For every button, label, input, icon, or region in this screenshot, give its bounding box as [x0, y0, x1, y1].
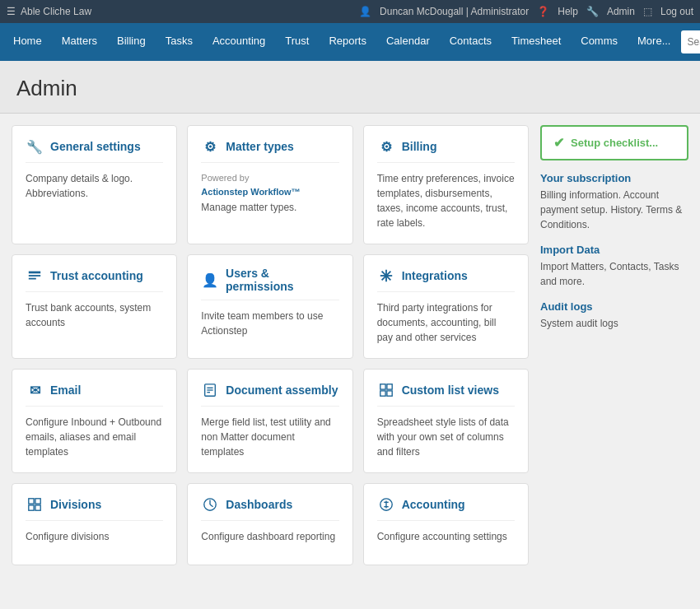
card-title-text-divisions: Divisions: [50, 498, 101, 511]
card-icon-billing: ⚙: [377, 137, 395, 156]
nav-calendar[interactable]: Calendar: [376, 23, 440, 61]
nav-matters[interactable]: Matters: [52, 23, 107, 61]
card-desc-dashboards: Configure dashboard reporting: [201, 529, 338, 544]
nav-accounting[interactable]: Accounting: [203, 23, 275, 61]
nav-home[interactable]: Home: [3, 23, 52, 61]
nav-comms[interactable]: Comms: [571, 23, 628, 61]
card-title-email: ✉ Email: [26, 381, 163, 407]
logout-link[interactable]: Log out: [660, 6, 693, 17]
card-icon-accounting: [377, 495, 395, 514]
card-title-text-document-assembly: Document assembly: [226, 384, 338, 397]
card-title-users-permissions: 👤 Users & permissions: [201, 267, 338, 300]
card-icon-document-assembly: [201, 381, 219, 399]
wrench-icon: 🔧: [586, 6, 599, 17]
card-divisions[interactable]: Divisions Configure divisions: [12, 483, 177, 565]
nav-more[interactable]: More...: [628, 23, 680, 61]
svg-rect-18: [35, 505, 40, 510]
svg-rect-0: [29, 272, 40, 274]
card-title-text-integrations: Integrations: [402, 269, 468, 282]
nav-billing[interactable]: Billing: [107, 23, 156, 61]
card-accounting[interactable]: Accounting Configure accounting settings: [363, 483, 529, 565]
sidebar: ✔ Setup checklist... Your subscription B…: [540, 125, 688, 565]
card-icon-dashboards: [201, 495, 219, 514]
nav-timesheet[interactable]: Timesheet: [502, 23, 571, 61]
card-integrations[interactable]: Integrations Third party integrations fo…: [363, 254, 529, 359]
svg-rect-15: [29, 499, 34, 504]
help-icon: ❓: [537, 6, 549, 17]
user-label: Duncan McDougall | Administrator: [380, 6, 529, 17]
card-icon-email: ✉: [26, 381, 44, 399]
main-content: 🔧 General settings Company details & log…: [0, 114, 700, 577]
card-icon-matter-types: ⚙: [201, 137, 219, 156]
card-desc-users-permissions: Invite team members to use Actionstep: [201, 309, 338, 338]
import-title[interactable]: Import Data: [540, 244, 688, 256]
svg-rect-11: [380, 384, 385, 389]
card-title-billing: ⚙ Billing: [377, 137, 515, 163]
card-title-text-billing: Billing: [402, 140, 437, 153]
card-matter-types[interactable]: ⚙ Matter types Powered byActionstep Work…: [187, 125, 352, 244]
card-title-divisions: Divisions: [26, 495, 163, 521]
card-billing[interactable]: ⚙ Billing Time entry preferences, invoic…: [363, 125, 529, 244]
card-icon-custom-list-views: [377, 381, 395, 399]
subscription-desc: Billing information. Account payment set…: [540, 188, 688, 232]
card-document-assembly[interactable]: Document assembly Merge field list, test…: [187, 369, 352, 473]
svg-rect-13: [380, 391, 385, 396]
card-title-matter-types: ⚙ Matter types: [201, 137, 338, 163]
svg-rect-14: [387, 391, 392, 396]
card-desc-divisions: Configure divisions: [26, 529, 163, 544]
card-title-text-email: Email: [50, 384, 81, 397]
card-icon-divisions: [26, 495, 44, 514]
app-name: Able Cliche Law: [21, 6, 91, 17]
nav-search-area: 🔍 +: [681, 23, 701, 61]
card-desc-document-assembly: Merge field list, test utility and non M…: [201, 415, 338, 459]
card-dashboards[interactable]: Dashboards Configure dashboard reporting: [187, 483, 352, 565]
card-general-settings[interactable]: 🔧 General settings Company details & log…: [12, 125, 177, 244]
nav-trust[interactable]: Trust: [275, 23, 319, 61]
card-desc-billing: Time entry preferences, invoice template…: [377, 171, 515, 230]
card-users-permissions[interactable]: 👤 Users & permissions Invite team member…: [187, 254, 352, 359]
card-email[interactable]: ✉ Email Configure Inbound + Outbound ema…: [12, 369, 177, 473]
import-desc: Import Matters, Contacts, Tasks and more…: [540, 259, 688, 289]
card-icon-trust-accounting: [26, 267, 44, 285]
top-bar-left: ☰ Able Cliche Law: [7, 6, 91, 17]
help-link[interactable]: Help: [558, 6, 578, 17]
card-custom-list-views[interactable]: Custom list views Spreadsheet style list…: [363, 369, 529, 473]
nav-reports[interactable]: Reports: [319, 23, 376, 61]
cards-grid: 🔧 General settings Company details & log…: [12, 125, 529, 565]
card-title-integrations: Integrations: [377, 267, 515, 292]
card-trust-accounting[interactable]: Trust accounting Trust bank accounts, sy…: [12, 254, 177, 359]
card-desc-integrations: Third party integrations for documents, …: [377, 300, 515, 345]
card-title-text-matter-types: Matter types: [226, 140, 293, 153]
logout-icon: ⬚: [643, 6, 652, 17]
card-desc-general-settings: Company details & logo. Abbreviations.: [26, 171, 163, 201]
search-input[interactable]: [681, 30, 701, 53]
admin-link[interactable]: Admin: [607, 6, 635, 17]
audit-desc: System audit logs: [540, 316, 688, 331]
nav-tasks[interactable]: Tasks: [156, 23, 203, 61]
card-title-text-accounting: Accounting: [402, 498, 465, 511]
setup-checklist-button[interactable]: ✔ Setup checklist...: [540, 125, 688, 160]
card-title-dashboards: Dashboards: [201, 495, 338, 521]
page-title: Admin: [16, 76, 684, 101]
svg-rect-17: [29, 505, 34, 510]
nav-bar: Home Matters Billing Tasks Accounting Tr…: [0, 23, 700, 61]
card-desc-trust-accounting: Trust bank accounts, system accounts: [26, 300, 163, 330]
top-bar-right: 👤 Duncan McDougall | Administrator ❓ Hel…: [359, 6, 693, 17]
subscription-title[interactable]: Your subscription: [540, 172, 688, 184]
card-title-text-users-permissions: Users & permissions: [226, 267, 339, 293]
sidebar-subscription: Your subscription Billing information. A…: [540, 172, 688, 232]
nav-contacts[interactable]: Contacts: [440, 23, 502, 61]
check-icon: ✔: [553, 135, 564, 151]
card-title-text-dashboards: Dashboards: [226, 498, 292, 511]
hamburger-icon: ☰: [7, 6, 16, 17]
svg-line-21: [210, 504, 213, 507]
card-icon-integrations: [377, 267, 395, 285]
svg-rect-1: [29, 275, 40, 277]
card-icon-general-settings: 🔧: [26, 137, 44, 156]
svg-rect-2: [29, 278, 36, 280]
card-title-trust-accounting: Trust accounting: [26, 267, 163, 292]
card-title-general-settings: 🔧 General settings: [26, 137, 163, 163]
card-title-text-general-settings: General settings: [50, 140, 141, 153]
audit-title[interactable]: Audit logs: [540, 300, 688, 313]
svg-rect-12: [387, 384, 392, 389]
